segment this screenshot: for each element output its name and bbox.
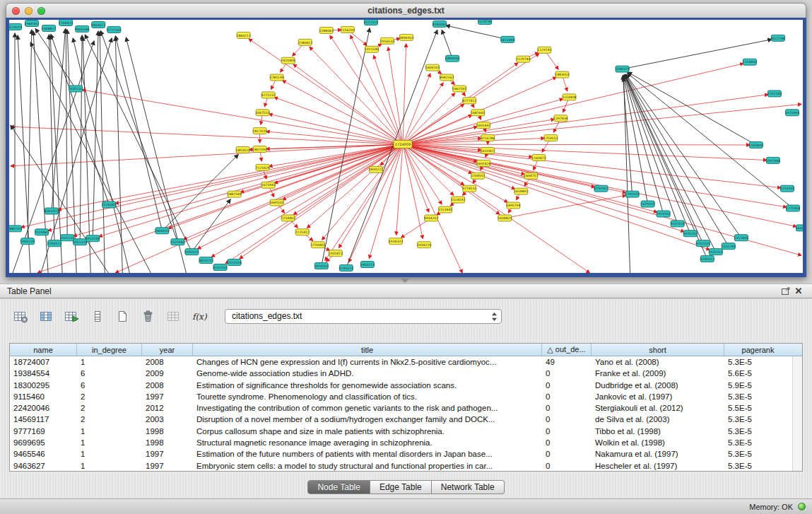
graph-node[interactable]: 1679197 — [641, 201, 655, 207]
graph-node[interactable]: 1813044 — [500, 36, 514, 42]
column-header-title[interactable]: title — [193, 344, 542, 356]
graph-node[interactable]: 1896910 — [399, 34, 413, 40]
graph-node[interactable]: 5934220 — [417, 242, 431, 248]
column-header-pagerank[interactable]: pagerank — [724, 344, 792, 356]
graph-node[interactable]: 9197025 — [671, 221, 685, 227]
graph-node[interactable]: 9463627 — [91, 21, 105, 28]
graph-node[interactable]: 2204507 — [471, 173, 485, 179]
table-row[interactable]: 1456911722003Disruption of a novel membe… — [10, 414, 802, 425]
graph-node[interactable]: 1973493 — [785, 110, 799, 116]
graph-node[interactable]: 1956533 — [380, 37, 394, 44]
graph-node[interactable]: 1154403 — [743, 59, 757, 65]
graph-node[interactable]: 2068817 — [42, 25, 56, 31]
table-row[interactable]: 1938455462009Genome-wide association stu… — [10, 368, 802, 379]
graph-node[interactable]: 7025312 — [709, 249, 723, 255]
graph-node[interactable]: 9245021 — [339, 265, 353, 271]
graph-node[interactable]: 3067510 — [256, 110, 270, 116]
graph-node[interactable]: 3216786 — [481, 135, 495, 141]
graph-node[interactable]: 2129745 — [478, 20, 492, 24]
new-table-icon[interactable] — [113, 308, 132, 324]
graph-node[interactable]: 2420409 — [281, 57, 295, 64]
delete-table-icon[interactable] — [139, 308, 158, 324]
table-row[interactable]: 2242004622012Investigating the contribut… — [10, 402, 802, 414]
graph-node[interactable]: 1664228 — [796, 225, 803, 231]
graph-node[interactable]: 1160475 — [531, 154, 546, 160]
close-panel-icon[interactable]: ✕ — [792, 286, 805, 297]
graph-node[interactable]: 2021534 — [228, 259, 242, 266]
row-height-icon[interactable] — [88, 308, 107, 324]
graph-node[interactable]: 1654892 — [514, 188, 528, 194]
graph-node[interactable]: 1595800 — [749, 142, 763, 148]
graph-node[interactable]: 1785149 — [270, 74, 284, 81]
column-header-year[interactable]: year — [142, 344, 193, 356]
tab-node-table[interactable]: Node Table — [307, 480, 370, 494]
graph-node[interactable]: 1880104 — [9, 226, 22, 232]
graph-node[interactable]: 1935472 — [329, 250, 343, 257]
graph-node[interactable]: 1662565 — [452, 86, 466, 92]
graph-node[interactable]: 1610427 — [481, 147, 495, 153]
graph-node[interactable]: 1297434 — [553, 115, 567, 122]
graph-node[interactable]: 1924502 — [314, 263, 329, 269]
graph-node[interactable]: 1882549 — [228, 191, 242, 197]
graph-node[interactable]: 9342021 — [184, 249, 199, 255]
graph-node[interactable]: 2129740 — [516, 56, 530, 62]
graph-node[interactable]: 1645502 — [270, 199, 284, 206]
graph-node[interactable]: 1590513 — [47, 240, 61, 247]
split-pane-handle[interactable] — [401, 279, 409, 283]
graph-node[interactable]: 1830222 — [369, 166, 383, 173]
graph-node[interactable]: 1021540 — [365, 46, 379, 52]
minimize-window-button[interactable] — [25, 7, 33, 15]
table-row[interactable]: 1830029562008Estimation of significance … — [10, 380, 802, 391]
graph-node[interactable]: 8942167 — [440, 74, 454, 81]
float-panel-icon[interactable] — [779, 286, 792, 297]
table-vertical-scrollbar[interactable] — [792, 356, 802, 471]
graph-node[interactable]: 1606105 — [425, 64, 440, 71]
graph-node[interactable]: 7125412 — [295, 229, 310, 235]
graph-node[interactable]: 1964302 — [25, 20, 39, 26]
graph-node[interactable]: 1483053 — [555, 71, 569, 78]
merge-table-icon[interactable] — [164, 308, 183, 324]
graph-node[interactable]: 4934202 — [424, 215, 438, 221]
graph-node[interactable]: 1097440 — [766, 157, 780, 163]
graph-node[interactable]: 1913244 — [86, 235, 100, 242]
graph-node[interactable]: 2516065 — [102, 201, 116, 208]
graph-node[interactable]: 2606509 — [155, 228, 169, 234]
graph-node[interactable]: 1896900 — [445, 55, 459, 62]
column-settings-icon[interactable] — [11, 308, 30, 324]
graph-node[interactable]: 1970253 — [683, 230, 698, 237]
graph-node[interactable]: 1154408 — [562, 94, 576, 100]
graph-node[interactable]: 2156203 — [341, 26, 355, 33]
graph-node[interactable]: 1759551 — [543, 135, 558, 141]
graph-node[interactable]: 9245012 — [700, 256, 714, 262]
graph-node[interactable]: 1210335 — [780, 185, 794, 192]
table-row[interactable]: 969969511998Structural magnetic resonanc… — [10, 437, 802, 448]
close-window-button[interactable] — [12, 7, 20, 15]
table-row[interactable]: 1872400712008Changes of HCN gene express… — [10, 356, 802, 368]
graph-node[interactable]: 8524019 — [9, 23, 22, 30]
network-canvas[interactable]: 1724009228081224204091785149427515230675… — [9, 20, 803, 273]
table-row[interactable]: 977716911998Corpus callosum shape and si… — [10, 426, 802, 437]
network-window-titlebar[interactable]: citations_edges.txt — [6, 3, 806, 18]
graph-node[interactable]: 4202153 — [213, 264, 228, 271]
graph-node[interactable]: 1759441 — [311, 242, 325, 248]
graph-node[interactable]: 5905139 — [20, 238, 35, 245]
graph-node[interactable]: 2531240 — [722, 243, 736, 250]
graph-node[interactable]: 2450213 — [360, 262, 375, 268]
table-selector-combo[interactable]: citations_edges.txt — [225, 309, 502, 324]
graph-node[interactable]: 7254402 — [281, 215, 295, 221]
graph-node[interactable]: 5495794 — [506, 202, 520, 209]
network-window[interactable]: citations_edges.txt 17240092280812242040… — [6, 3, 806, 277]
graph-node[interactable]: 1129741 — [537, 47, 551, 53]
graph-node[interactable]: 9774531 — [462, 185, 476, 192]
graph-node[interactable]: 1513445 — [438, 206, 452, 213]
graph-node[interactable]: 1091447 — [476, 122, 490, 129]
column-header-short[interactable]: short — [592, 344, 724, 356]
graph-node[interactable]: 1604820 — [498, 215, 512, 221]
graph-node[interactable]: 1288061 — [319, 27, 334, 33]
tab-network-table[interactable]: Network Table — [432, 480, 505, 494]
graph-node[interactable]: 7125429 — [256, 164, 270, 170]
graph-node[interactable]: 8183042 — [433, 21, 447, 27]
table-row[interactable]: 911546021997Tourette syndrome. Phenomeno… — [10, 391, 802, 402]
graph-node[interactable]: 1771054 — [786, 205, 800, 211]
show-columns-icon[interactable] — [37, 308, 56, 324]
